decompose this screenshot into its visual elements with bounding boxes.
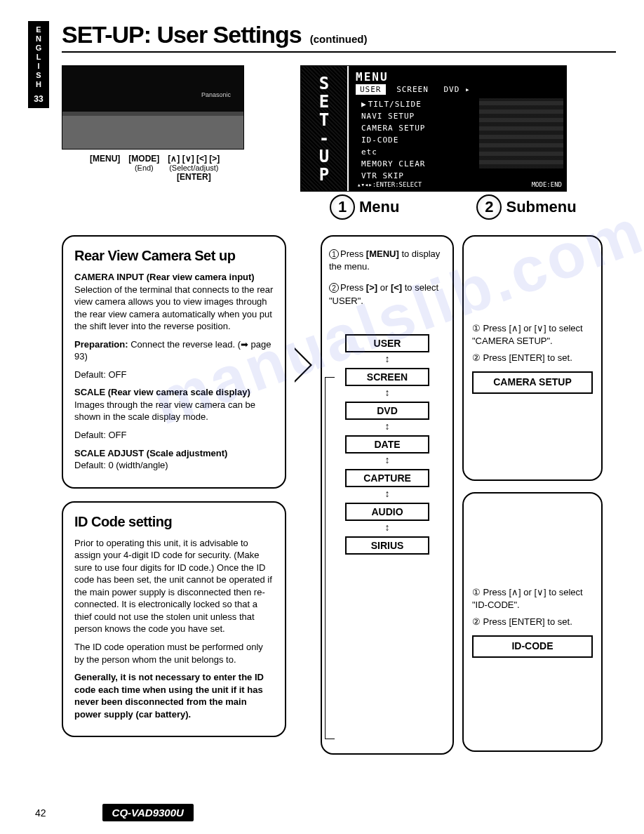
updown-arrow-icon: [385, 458, 390, 465]
menu-instr-1: 1Press [MENU] to display the menu.: [329, 248, 445, 273]
scale-heading: SCALE (Rear view camera scale display): [74, 387, 250, 397]
tab-user: USER: [356, 84, 386, 95]
sub-camera-instr1: ① Press [∧] or [∨] to select "CAMERA SET…: [472, 322, 593, 348]
step2-title: Submenu: [506, 198, 576, 216]
updown-arrow-icon: [385, 491, 390, 498]
updown-arrow-icon: [385, 424, 390, 431]
default-scale-adjust: Default: 0 (width/angle): [74, 460, 168, 470]
flow-item-sirius: SIRIUS: [345, 536, 429, 555]
label-arrows: [∧] [∨] [<] [>]: [168, 154, 220, 164]
tab-dvd: DVD ▸: [440, 84, 475, 95]
step1-title: Menu: [359, 198, 399, 216]
prep-label: Preparation:: [74, 339, 128, 350]
default-off-2: Default: OFF: [74, 429, 274, 442]
continued-label: (continued): [310, 33, 368, 45]
onscreen-menu: SET-UP MENU USER SCREEN DVD ▸ TILT/SLIDE…: [300, 65, 567, 192]
menu-item: etc: [361, 146, 425, 158]
label-mode-sub: (End): [128, 164, 159, 172]
menu-item: NAVI SETUP: [361, 110, 425, 122]
submenu-camera-box: ① Press [∧] or [∨] to select "CAMERA SET…: [462, 235, 603, 481]
step1-header: 1 Menu: [330, 194, 399, 220]
page-number: 42: [35, 807, 46, 819]
setup-side-label: SET-UP: [301, 66, 349, 191]
sub-idcode-instr2: ② Press [ENTER] to set.: [472, 616, 593, 628]
page-title: SET-UP: User Settings: [62, 21, 302, 48]
label-enter: [ENTER]: [177, 172, 211, 182]
id-code-title: ID Code setting: [74, 512, 274, 531]
sub-camera-instr2: ② Press [ENTER] to set.: [472, 352, 593, 364]
rear-view-box: Rear View Camera Set up CAMERA INPUT (Re…: [62, 235, 286, 489]
id-code-box: ID Code setting Prior to operating this …: [62, 501, 286, 738]
idcode-button: ID-CODE: [472, 635, 593, 658]
default-off-1: Default: OFF: [74, 369, 274, 381]
device-button-labels: [MENU] [MODE] (End) [∧] [∨] [<] [>] (Sel…: [90, 154, 286, 182]
menu-footer-right: MODE:END: [532, 181, 562, 188]
device-block: Panasonic [MENU] [MODE] (End) [∧] [∨] [<…: [62, 65, 286, 192]
menu-footer-left: ▴▾◂▸:ENTER:SELECT: [357, 181, 422, 188]
camera-input-heading: CAMERA INPUT (Rear view camera input): [74, 272, 255, 282]
flow-arrow-icon: [295, 348, 312, 383]
lang-letters: ENGLISH: [29, 25, 48, 89]
id-code-p3: Generally, it is not necessary to enter …: [74, 671, 274, 720]
model-badge: CQ-VAD9300U: [102, 804, 194, 821]
flow-item-dvd: DVD: [345, 402, 429, 420]
loop-arrow-icon: [325, 377, 335, 739]
sub-idcode-instr1: ① Press [∧] or [∨] to select "ID-CODE".: [472, 586, 593, 611]
updown-arrow-icon: [385, 357, 390, 364]
menu-tabs: USER SCREEN DVD ▸: [356, 84, 476, 95]
menu-list: TILT/SLIDE NAVI SETUP CAMERA SETUP ID-CO…: [361, 98, 425, 182]
menu-item: TILT/SLIDE: [361, 98, 425, 110]
rear-view-title: Rear View Camera Set up: [74, 246, 274, 265]
menu-flow-box: 1Press [MENU] to display the menu. 2Pres…: [321, 235, 454, 755]
scale-text: Images through the rear view camera can …: [74, 399, 255, 423]
label-arrows-sub: (Select/adjust): [168, 164, 220, 172]
step2-header: 2 Submenu: [476, 194, 576, 220]
language-tab: ENGLISH 33: [28, 21, 49, 108]
id-code-p2: The ID code operation must be performed …: [74, 641, 274, 666]
label-menu: [MENU]: [90, 154, 120, 164]
submenu-idcode-box: ① Press [∧] or [∨] to select "ID-CODE". …: [462, 492, 603, 752]
label-mode: [MODE]: [128, 154, 159, 164]
menu-item: MEMORY CLEAR: [361, 158, 425, 170]
menu-item: ID-CODE: [361, 134, 425, 146]
flow-item-capture: CAPTURE: [345, 469, 429, 487]
scale-adjust-heading: SCALE ADJUST (Scale adjustment): [74, 448, 227, 458]
camera-setup-button: CAMERA SETUP: [472, 371, 593, 394]
tab-screen: SCREEN: [392, 84, 433, 95]
device-brand: Panasonic: [201, 91, 231, 98]
screen-block: SET-UP MENU USER SCREEN DVD ▸ TILT/SLIDE…: [300, 65, 616, 192]
id-code-p1: Prior to operating this unit, it is advi…: [74, 537, 274, 635]
updown-arrow-icon: [385, 390, 390, 397]
menu-header: MENU: [356, 70, 389, 84]
flow-item-screen: SCREEN: [345, 368, 429, 386]
side-page-number: 33: [29, 95, 48, 104]
page-footer: 42 CQ-VAD9300U: [35, 804, 194, 821]
title-row: SET-UP: User Settings (continued): [62, 21, 616, 53]
flow-item-date: DATE: [345, 435, 429, 454]
step2-icon: 2: [476, 194, 502, 220]
menu-item: VTR SKIP: [361, 170, 425, 182]
camera-input-text: Selection of the terminal that connects …: [74, 284, 273, 332]
flow-item-audio: AUDIO: [345, 503, 429, 521]
step1-icon: 1: [330, 194, 355, 220]
updown-arrow-icon: [385, 525, 390, 532]
menu-instr-2: 2Press [>] or [<] to select "USER".: [329, 282, 445, 307]
device-illustration: Panasonic: [62, 65, 244, 150]
flow-item-user: USER: [345, 334, 429, 352]
menu-item: CAMERA SETUP: [361, 122, 425, 134]
